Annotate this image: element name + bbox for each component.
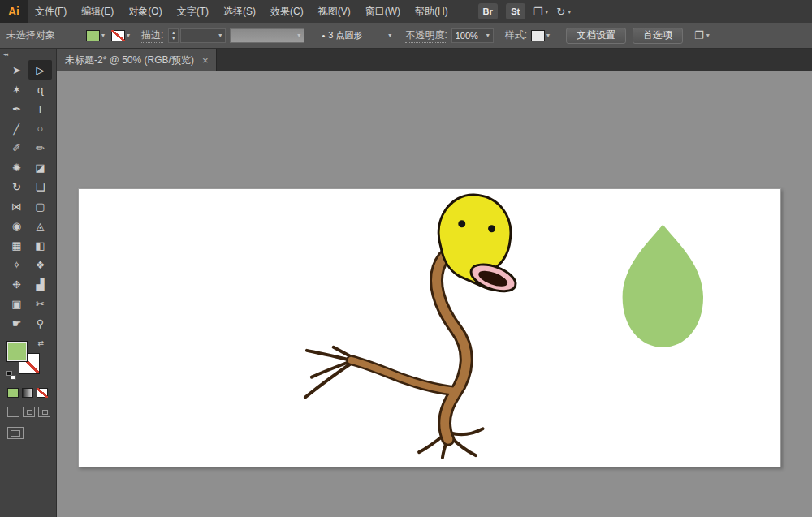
blend-tool[interactable]: ❖ (28, 255, 52, 274)
width-tool[interactable]: ⋈ (5, 196, 28, 216)
fill-indicator[interactable] (6, 341, 28, 362)
sync-settings[interactable]: ↻ ▾ (556, 6, 571, 18)
pen-tool[interactable]: ✒ (5, 99, 28, 118)
type-tool[interactable]: T (28, 99, 52, 118)
selection-tool[interactable]: ➤ (5, 60, 28, 80)
menu-file[interactable]: 文件(F) (28, 0, 74, 23)
draw-normal-icon[interactable] (7, 407, 19, 417)
menu-object[interactable]: 对象(O) (121, 0, 169, 23)
blob-brush-tool[interactable]: ✺ (5, 157, 28, 177)
graph-tool[interactable]: ▟ (28, 274, 52, 294)
document-tab-strip: 未标题-2* @ 50% (RGB/预览) × (57, 49, 812, 71)
gradient-button[interactable] (22, 388, 33, 398)
paintbrush-tool[interactable]: ✐ (5, 138, 28, 157)
free-transform-tool[interactable]: ▢ (28, 196, 52, 216)
chevron-down-icon: ▾ (102, 32, 105, 39)
chevron-down-icon: ▾ (388, 32, 391, 39)
line-segment-tool[interactable]: ╱ (5, 118, 28, 138)
zoom-tool[interactable]: ⚲ (28, 313, 52, 333)
ellipse-tool[interactable]: ○ (28, 118, 52, 138)
control-bar: 未选择对象 ▾ ▾ 描边: ▴ ▾ ▾ ▾ • 3 点圆形 ▾ 不透明度: 10… (0, 23, 812, 49)
brush-definition-dropdown[interactable]: • 3 点圆形 ▾ (317, 28, 395, 43)
menu-effect[interactable]: 效果(C) (263, 0, 311, 23)
eraser-tool[interactable]: ◪ (28, 157, 52, 177)
default-stroke-mini (11, 375, 16, 380)
menu-edit[interactable]: 编辑(E) (74, 0, 121, 23)
preferences-button[interactable]: 首选项 (633, 28, 683, 44)
bellsprout-figure[interactable] (305, 195, 519, 458)
shape-builder-tool[interactable]: ◉ (5, 216, 28, 235)
hand-tool[interactable]: ☛ (5, 313, 28, 333)
magic-wand-tool[interactable]: ✶ (5, 80, 28, 99)
pencil-tool[interactable]: ✏ (28, 138, 52, 157)
document-tab[interactable]: 未标题-2* @ 50% (RGB/预览) × (57, 49, 217, 71)
bellsprout-arm-twigs (305, 347, 355, 398)
menu-view[interactable]: 视图(V) (311, 0, 358, 23)
width-profile-dropdown: ▾ (230, 28, 304, 43)
menubar-right-icons: Br St ❐ ▾ ↻ ▾ (478, 3, 572, 19)
selection-context-label: 未选择对象 (6, 28, 55, 42)
bellsprout-arm (352, 360, 453, 391)
menu-bar: Ai 文件(F) 编辑(E) 对象(O) 文字(T) 选择(S) 效果(C) 视… (0, 0, 812, 23)
symbol-sprayer-tool[interactable]: ❉ (5, 274, 28, 294)
perspective-grid-tool[interactable]: ◬ (28, 216, 52, 235)
chevron-down-icon: ▾ (568, 8, 571, 15)
opacity-label[interactable]: 不透明度: (405, 28, 447, 43)
canvas-region: 未标题-2* @ 50% (RGB/预览) × (57, 49, 812, 517)
style-swatch (531, 30, 545, 41)
rotate-tool[interactable]: ↻ (5, 177, 28, 196)
none-button[interactable] (37, 388, 48, 398)
style-label: 样式: (505, 28, 527, 42)
stepper-up-icon: ▴ (172, 30, 175, 36)
draw-inside-icon[interactable] (38, 407, 50, 417)
collapse-panel-icon[interactable]: ◂◂ (3, 51, 7, 58)
screen-mode-row (7, 427, 56, 439)
opacity-field[interactable]: 100% ▾ (451, 28, 494, 43)
paint-type-row (7, 388, 56, 398)
leaf-shape[interactable] (623, 225, 703, 347)
stroke-weight-dropdown[interactable]: ▾ (180, 28, 226, 43)
swap-fill-stroke-icon[interactable]: ⇄ (37, 339, 44, 347)
workspace-icon: ❐ (533, 6, 543, 18)
workspace-switcher[interactable]: ❐ ▾ (533, 6, 549, 18)
menu-help[interactable]: 帮助(H) (408, 0, 456, 23)
stroke-weight-stepper[interactable]: ▴ ▾ (168, 28, 179, 43)
artboard[interactable] (78, 188, 781, 467)
menu-type[interactable]: 文字(T) (170, 0, 216, 23)
stock-icon[interactable]: St (506, 3, 525, 19)
default-fill-stroke-icon[interactable] (6, 371, 16, 380)
bellsprout-eye-right (488, 225, 495, 232)
document-tab-title: 未标题-2* @ 50% (RGB/预览) (65, 54, 194, 67)
gradient-tool[interactable]: ◧ (28, 235, 52, 255)
lasso-tool[interactable]: ɋ (28, 80, 52, 99)
direct-selection-tool[interactable]: ▷ (28, 60, 52, 80)
slice-tool[interactable]: ✂ (28, 294, 52, 313)
canvas[interactable] (57, 71, 812, 517)
menu-select[interactable]: 选择(S) (216, 0, 263, 23)
stroke-weight-label[interactable]: 描边: (141, 28, 163, 43)
draw-behind-icon[interactable] (23, 407, 35, 417)
screen-mode-icon[interactable] (7, 427, 24, 439)
brush-name: 3 点圆形 (328, 29, 362, 41)
sync-icon: ↻ (556, 6, 565, 18)
bridge-icon[interactable]: Br (478, 3, 498, 19)
scale-tool[interactable]: ❏ (28, 177, 52, 196)
close-icon[interactable]: × (202, 54, 209, 67)
arrange-documents[interactable]: ❐ ▾ (694, 29, 710, 41)
menu-window[interactable]: 窗口(W) (358, 0, 408, 23)
chevron-down-icon: ▾ (706, 32, 710, 39)
style-dropdown[interactable]: ▾ (531, 30, 550, 41)
arrange-icon: ❐ (694, 29, 704, 41)
chevron-down-icon: ▾ (486, 32, 490, 39)
color-button[interactable] (7, 388, 19, 398)
brush-preview-icon: • (322, 31, 325, 41)
stroke-color-dropdown[interactable]: ▾ (111, 30, 130, 41)
eyedropper-tool[interactable]: ✧ (5, 255, 28, 274)
document-setup-button[interactable]: 文档设置 (566, 28, 626, 44)
artboard-tool[interactable]: ▣ (5, 294, 28, 313)
tools-panel: ◂◂ ➤ ▷ ✶ ɋ ✒ T ╱ ○ ✐ ✏ ✺ ◪ ↻ ❏ ⋈ ▢ ◉ ◬ ▦… (0, 49, 57, 517)
tools-grid: ➤ ▷ ✶ ɋ ✒ T ╱ ○ ✐ ✏ ✺ ◪ ↻ ❏ ⋈ ▢ ◉ ◬ ▦ ◧ … (5, 60, 56, 333)
mesh-tool[interactable]: ▦ (5, 235, 28, 255)
fill-color-dropdown[interactable]: ▾ (86, 30, 105, 41)
illustrator-app: { "app": { "logo_text": "Ai" }, "menubar… (0, 0, 812, 517)
